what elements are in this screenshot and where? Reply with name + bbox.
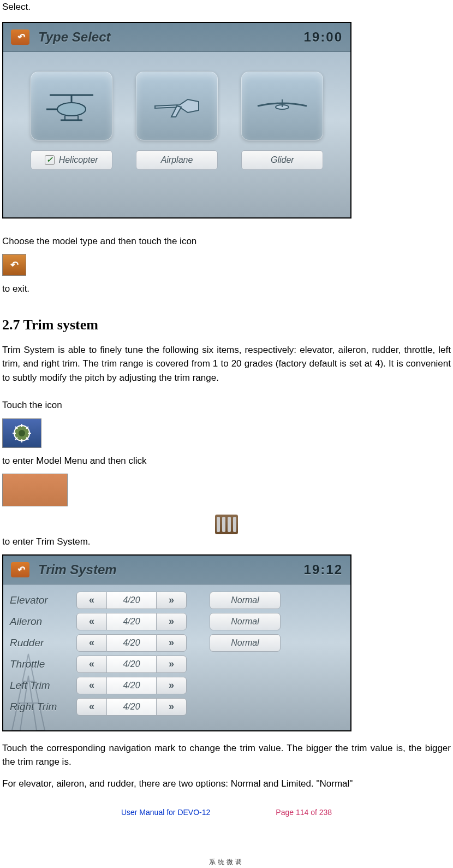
option-label: Helicopter <box>59 153 98 167</box>
increase-button[interactable]: » <box>156 592 187 609</box>
trim-row-label: Right Trim <box>10 699 70 715</box>
trim-row-label: Rudder <box>10 635 70 651</box>
glider-option[interactable]: Glider <box>241 150 323 170</box>
trim-intro-paragraph: Trim System is able to finely tune the f… <box>2 343 451 385</box>
checkmark-icon: ✓ <box>45 155 55 165</box>
trim-value: 4/20 <box>107 698 156 716</box>
option-label: Airplane <box>161 153 193 167</box>
section-heading: 2.7 Trim system <box>2 314 451 335</box>
intro-line: Select. <box>2 0 451 14</box>
decrease-button[interactable]: « <box>76 592 107 609</box>
footer-page-number: Page 114 of 238 <box>276 807 332 818</box>
decrease-button[interactable]: « <box>76 656 107 673</box>
choose-type-paragraph: Choose the model type and then touch the… <box>2 228 451 302</box>
sliders-icon <box>214 514 239 535</box>
trim-row: Throttle«4/20» <box>10 656 343 673</box>
screen-title: Trim System <box>38 560 117 580</box>
airplane-tile[interactable] <box>136 72 218 140</box>
trim-stepper-aileron: «4/20» <box>76 613 187 630</box>
type-select-screenshot: ↶ Type Select 19:00 ✓Helicopter Airplane… <box>2 22 351 219</box>
trim-stepper-right-trim: «4/20» <box>76 698 187 716</box>
clock: 19:12 <box>304 560 343 580</box>
screen-top-bar: ↶ Trim System 19:12 <box>3 556 350 584</box>
decrease-button[interactable]: « <box>76 698 107 716</box>
trim-row: Elevator«4/20»Normal <box>10 592 343 609</box>
trim-value: 4/20 <box>107 613 156 630</box>
trim-row-label: Throttle <box>10 657 70 672</box>
model-menu-icon <box>2 418 41 448</box>
svg-point-10 <box>19 430 25 436</box>
mode-button-rudder[interactable]: Normal <box>210 634 281 652</box>
airplane-icon <box>150 84 204 128</box>
screen-title: Type Select <box>38 27 111 47</box>
trim-system-icon <box>2 474 68 506</box>
svg-point-2 <box>57 103 86 116</box>
decrease-button[interactable]: « <box>76 677 107 694</box>
trim-stepper-left-trim: «4/20» <box>76 677 187 694</box>
trim-options-paragraph: For elevator, aileron, and rudder, there… <box>2 777 451 791</box>
mode-button-aileron[interactable]: Normal <box>210 613 281 630</box>
option-label: Glider <box>271 153 294 167</box>
gear-icon <box>10 422 33 445</box>
increase-button[interactable]: » <box>156 677 187 694</box>
footer-manual-title: User Manual for DEVO-12 <box>121 807 210 818</box>
trim-value: 4/20 <box>107 677 156 694</box>
glider-tile[interactable] <box>241 72 323 140</box>
trim-value: 4/20 <box>107 592 156 609</box>
exit-icon: ↶ <box>2 254 26 276</box>
screen-top-bar: ↶ Type Select 19:00 <box>3 23 350 52</box>
trim-row: Left Trim«4/20» <box>10 677 343 694</box>
back-icon[interactable]: ↶ <box>11 562 29 577</box>
airplane-option[interactable]: Airplane <box>136 150 218 170</box>
increase-button[interactable]: » <box>156 634 187 652</box>
trim-nav-paragraph: Touch the corresponding navigation mark … <box>2 741 451 769</box>
trim-system-screenshot: ↶ Trim System 19:12 Elevator«4/20»Normal… <box>2 554 351 731</box>
trim-row: Right Trim«4/20» <box>10 698 343 716</box>
page-footer: User Manual for DEVO-12 Page 114 of 238 <box>2 807 451 818</box>
trim-stepper-elevator: «4/20» <box>76 592 187 609</box>
trim-row-label: Elevator <box>10 593 70 609</box>
clock: 19:00 <box>304 27 343 47</box>
increase-button[interactable]: » <box>156 613 187 630</box>
trim-row-label: Left Trim <box>10 678 70 694</box>
decrease-button[interactable]: « <box>76 634 107 652</box>
trim-value: 4/20 <box>107 634 156 652</box>
helicopter-icon <box>44 84 99 128</box>
trim-entry-paragraph: Touch the icon to enter Model Menu and t… <box>2 392 451 506</box>
glider-icon <box>255 84 309 128</box>
decrease-button[interactable]: « <box>76 613 107 630</box>
increase-button[interactable]: » <box>156 656 187 673</box>
trim-row: Rudder«4/20»Normal <box>10 634 343 652</box>
increase-button[interactable]: » <box>156 698 187 716</box>
mode-button-elevator[interactable]: Normal <box>210 592 281 609</box>
trim-row: Aileron«4/20»Normal <box>10 613 343 630</box>
helicopter-tile[interactable] <box>31 72 112 140</box>
trim-stepper-rudder: «4/20» <box>76 634 187 652</box>
trim-stepper-throttle: «4/20» <box>76 656 187 673</box>
back-icon[interactable]: ↶ <box>11 29 29 45</box>
trim-value: 4/20 <box>107 656 156 673</box>
trim-row-label: Aileron <box>10 614 70 630</box>
helicopter-option[interactable]: ✓Helicopter <box>31 150 112 170</box>
